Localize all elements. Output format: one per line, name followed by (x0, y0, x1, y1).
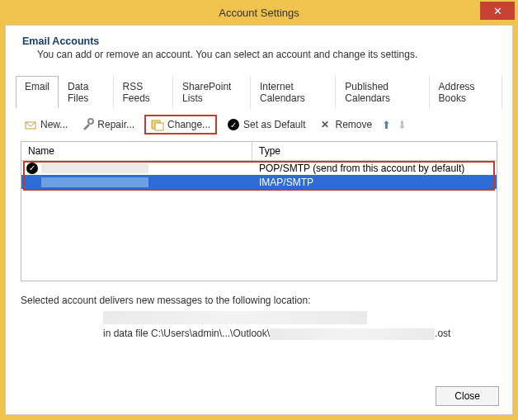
titlebar: Account Settings ✕ (0, 0, 518, 25)
move-up-button[interactable]: ⬆ (382, 119, 391, 131)
tab-sharepoint[interactable]: SharePoint Lists (173, 76, 251, 108)
column-name[interactable]: Name (21, 142, 252, 160)
close-button[interactable]: Close (436, 386, 499, 406)
tab-label: RSS Feeds (123, 81, 150, 104)
redacted-folder (103, 311, 367, 324)
toolbar: New... Repair... Change... ✓ Set as Defa… (6, 108, 512, 141)
account-type-cell: POP/SMTP (send from this account by defa… (252, 163, 497, 174)
dialog-content: Email Accounts You can add or remove an … (5, 25, 513, 415)
change-button[interactable]: Change... (144, 115, 217, 134)
default-icon: ✓ (227, 118, 240, 131)
tab-label: SharePoint Lists (182, 81, 231, 104)
account-type-cell: IMAP/SMTP (252, 177, 497, 188)
repair-button[interactable]: Repair... (78, 116, 138, 133)
dialog-footer: Close (436, 386, 499, 406)
tab-data-files[interactable]: Data Files (59, 76, 114, 108)
tab-label: Address Books (439, 81, 475, 104)
button-label: Repair... (97, 119, 134, 130)
window-close-button[interactable]: ✕ (480, 2, 515, 20)
account-settings-window: Account Settings ✕ Email Accounts You ca… (0, 0, 518, 420)
tab-published-calendars[interactable]: Published Calendars (336, 76, 429, 108)
header-section: Email Accounts You can add or remove an … (6, 26, 512, 75)
close-icon: ✕ (493, 5, 502, 17)
tab-label: Email (25, 81, 49, 92)
button-label: Remove (335, 119, 372, 130)
tab-strip: Email Data Files RSS Feeds SharePoint Li… (16, 75, 502, 108)
path-prefix: in data file C:\Users\admin\...\Outlook\ (103, 328, 270, 339)
remove-icon: ✕ (318, 118, 332, 131)
svg-rect-3 (155, 123, 163, 130)
tab-label: Data Files (68, 81, 88, 104)
tab-address-books[interactable]: Address Books (430, 76, 502, 108)
button-label: Change... (167, 119, 210, 130)
redacted-path (270, 328, 435, 340)
window-title: Account Settings (219, 7, 299, 19)
delivery-path: in data file C:\Users\admin\...\Outlook\… (103, 328, 497, 340)
new-button[interactable]: New... (21, 116, 71, 133)
account-name-cell (21, 177, 252, 187)
tab-rss-feeds[interactable]: RSS Feeds (114, 76, 174, 108)
delivery-label: Selected account delivers new messages t… (21, 295, 497, 306)
redacted-name (41, 177, 148, 187)
rows: ✓ POP/SMTP (send from this account by de… (21, 161, 497, 189)
button-label: Close (454, 390, 480, 402)
tab-internet-calendars[interactable]: Internet Calendars (251, 76, 336, 108)
account-name-cell: ✓ (21, 163, 252, 174)
repair-icon (81, 118, 94, 131)
redacted-name (41, 163, 148, 173)
header-title: Email Accounts (22, 35, 496, 47)
button-label: New... (40, 119, 68, 130)
button-label: Set as Default (243, 119, 305, 130)
tab-label: Published Calendars (345, 81, 390, 104)
default-account-icon: ✓ (26, 163, 38, 174)
delivery-info: Selected account delivers new messages t… (21, 295, 497, 340)
header-description: You can add or remove an account. You ca… (37, 49, 496, 60)
list-header: Name Type (21, 142, 497, 161)
account-list: Name Type ✓ POP/SMTP (send from this acc… (21, 141, 497, 281)
svg-point-1 (88, 119, 93, 124)
tab-label: Internet Calendars (260, 81, 305, 104)
table-row[interactable]: IMAP/SMTP (21, 175, 497, 189)
column-type[interactable]: Type (252, 142, 497, 160)
set-default-button[interactable]: ✓ Set as Default (224, 116, 308, 133)
move-down-button[interactable]: ⬇ (398, 119, 407, 131)
new-icon (24, 118, 37, 131)
tab-email[interactable]: Email (16, 76, 59, 108)
path-suffix: .ost (435, 328, 450, 339)
table-row[interactable]: ✓ POP/SMTP (send from this account by de… (21, 161, 497, 175)
remove-button[interactable]: ✕ Remove (315, 116, 375, 133)
change-icon (151, 118, 164, 131)
